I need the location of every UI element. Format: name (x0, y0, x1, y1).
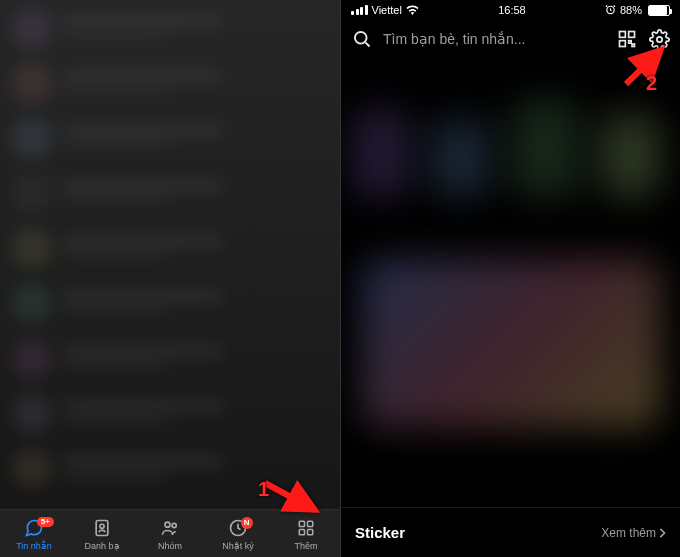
carrier-label: Viettel (372, 4, 402, 16)
right-screenshot: Viettel 16:58 88% Tìm bạn bè, tin nhắn..… (340, 0, 680, 557)
sticker-title: Sticker (355, 524, 405, 541)
left-screenshot: 5+ Tin nhắn Danh bạ Nhóm N Nhật ký (0, 0, 340, 557)
groups-icon (159, 517, 181, 539)
tab-contacts-label: Danh bạ (84, 541, 119, 551)
svg-line-12 (365, 42, 369, 46)
blurred-content (341, 58, 680, 488)
messages-badge: 5+ (37, 517, 54, 527)
timeline-badge: N (241, 517, 253, 529)
svg-rect-8 (308, 529, 313, 534)
sticker-more-label: Xem thêm (601, 526, 656, 540)
tab-more-label: Thêm (294, 541, 317, 551)
contacts-icon (91, 517, 113, 539)
svg-rect-7 (299, 529, 304, 534)
battery-icon (648, 5, 670, 16)
svg-point-11 (355, 32, 367, 44)
blurred-chat-list (0, 0, 340, 509)
svg-rect-13 (620, 32, 626, 38)
tab-timeline-label: Nhật ký (222, 541, 254, 551)
svg-point-3 (172, 523, 176, 527)
grid-icon (295, 517, 317, 539)
battery-pct: 88% (620, 4, 642, 16)
chevron-right-icon (658, 528, 666, 538)
svg-rect-17 (632, 44, 635, 47)
alarm-icon (605, 4, 616, 17)
status-time: 16:58 (498, 4, 526, 16)
status-bar: Viettel 16:58 88% (341, 0, 680, 20)
tab-contacts[interactable]: Danh bạ (68, 517, 136, 551)
tab-messages[interactable]: 5+ Tin nhắn (0, 517, 68, 551)
tab-groups-label: Nhóm (158, 541, 182, 551)
search-input[interactable]: Tìm bạn bè, tin nhắn... (383, 31, 606, 47)
tab-timeline[interactable]: N Nhật ký (204, 517, 272, 551)
wifi-icon (406, 5, 419, 15)
bottom-tab-bar: 5+ Tin nhắn Danh bạ Nhóm N Nhật ký (0, 509, 340, 557)
gear-icon[interactable] (648, 28, 670, 50)
search-bar: Tìm bạn bè, tin nhắn... (341, 20, 680, 58)
svg-rect-15 (620, 41, 626, 47)
search-icon[interactable] (351, 28, 373, 50)
svg-rect-6 (308, 521, 313, 526)
svg-point-2 (165, 522, 170, 527)
tab-messages-label: Tin nhắn (16, 541, 52, 551)
svg-rect-14 (629, 32, 635, 38)
svg-point-18 (656, 36, 661, 41)
qr-icon[interactable] (616, 28, 638, 50)
sticker-see-more[interactable]: Xem thêm (601, 526, 666, 540)
tab-more[interactable]: Thêm (272, 517, 340, 551)
svg-rect-5 (299, 521, 304, 526)
sticker-section-header: Sticker Xem thêm (341, 507, 680, 557)
signal-icon (351, 5, 368, 15)
tab-groups[interactable]: Nhóm (136, 517, 204, 551)
svg-rect-16 (629, 41, 632, 44)
svg-point-1 (100, 524, 104, 528)
